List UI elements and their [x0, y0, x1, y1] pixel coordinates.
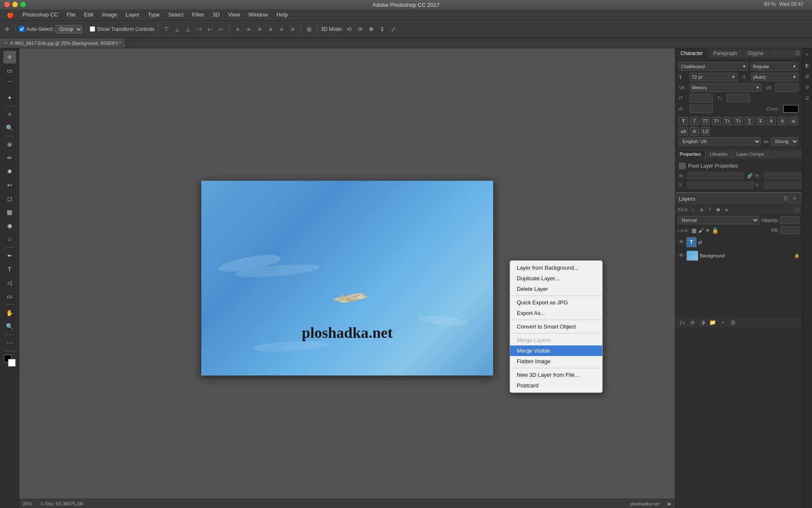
strip-icon-5[interactable]: ☰: [803, 94, 812, 102]
menu-view[interactable]: View: [225, 11, 243, 19]
baseline-input[interactable]: 0 pt: [690, 105, 713, 113]
align-right-icon[interactable]: ⊢: [217, 25, 226, 34]
distribute-vcenter-icon[interactable]: ≡: [244, 25, 253, 34]
crop-tool[interactable]: ⌗: [3, 108, 16, 121]
tracking-input[interactable]: 70: [775, 83, 798, 92]
language-select[interactable]: English: UK English: USA: [679, 137, 761, 146]
close-button[interactable]: [4, 2, 10, 7]
distribute-hcenter-icon[interactable]: ≡: [277, 25, 286, 34]
subscript-btn[interactable]: T1: [734, 117, 743, 125]
doc-tab[interactable]: ✕ © IMG_6617-Edit.jpg @ 25% (Background,…: [0, 38, 126, 48]
eraser-tool[interactable]: ◻: [3, 192, 16, 205]
lock-transparent-icon[interactable]: ▦: [691, 227, 697, 234]
layer-item-bg[interactable]: 👁 Background 🔒: [675, 249, 802, 262]
3d-rotate-icon[interactable]: ⟲: [345, 25, 354, 34]
ctx-convert-smart[interactable]: Convert to Smart Object: [510, 321, 602, 332]
fill-input[interactable]: 100%: [780, 226, 799, 234]
gradient-tool[interactable]: ▦: [3, 206, 16, 218]
lock-move-icon[interactable]: ✛: [705, 227, 710, 234]
layer-vis-bg[interactable]: 👁: [678, 252, 685, 259]
x-input[interactable]: [687, 181, 754, 189]
ctx-duplicate-layer[interactable]: Duplicate Layer...: [510, 273, 602, 284]
smallcaps-btn[interactable]: TT: [712, 117, 721, 125]
auto-select-checkbox[interactable]: [19, 26, 25, 32]
ctx-merge-visible[interactable]: Merge Visible: [510, 345, 602, 356]
menu-image[interactable]: Image: [99, 11, 121, 19]
type-tool[interactable]: T: [3, 263, 16, 276]
align-bottom-icon[interactable]: ⊥: [184, 25, 193, 34]
magic-wand-tool[interactable]: ✦: [3, 91, 16, 104]
healing-brush-tool[interactable]: ⊕: [3, 138, 16, 151]
minimize-button[interactable]: [12, 2, 18, 7]
swash-btn[interactable]: aA: [679, 127, 688, 135]
oldstyle-btn[interactable]: fi: [778, 117, 787, 125]
add-layer-btn[interactable]: +: [719, 318, 727, 326]
shape-tool[interactable]: ▭: [3, 290, 16, 303]
distribute-left-icon[interactable]: ≡: [266, 25, 275, 34]
filter-shape-icon[interactable]: ⬟: [714, 206, 722, 213]
distribute-bottom-icon[interactable]: ≡: [255, 25, 264, 34]
move-tool-options[interactable]: ✛: [3, 25, 12, 34]
align-vcenter-icon[interactable]: ⊥: [173, 25, 182, 34]
filter-adj-icon[interactable]: ◑: [697, 206, 705, 213]
maximize-button[interactable]: [20, 2, 26, 7]
content-aware-tool[interactable]: ⋯: [3, 337, 16, 349]
menu-3d[interactable]: 3D: [209, 11, 223, 19]
strip-icon-2[interactable]: ◧: [803, 61, 812, 69]
discretlig-btn[interactable]: A: [690, 127, 699, 135]
lock-paint-icon[interactable]: 🖌: [698, 227, 704, 234]
distribute-top-icon[interactable]: ≡: [233, 25, 242, 34]
arrangement-icon[interactable]: ⊞: [304, 25, 314, 34]
lock-all-icon[interactable]: 🔒: [712, 227, 719, 234]
font-style-dropdown[interactable]: Regular ▼: [751, 62, 798, 71]
pen-tool[interactable]: ✒: [3, 249, 16, 262]
tab-paragraph[interactable]: Paragraph: [708, 48, 743, 58]
history-brush-tool[interactable]: ↩: [3, 179, 16, 191]
brush-tool[interactable]: ✏: [3, 152, 16, 164]
zoom-tool[interactable]: 🔍: [3, 320, 16, 333]
layers-close-btn[interactable]: ✕: [791, 195, 798, 202]
strip-icon-3[interactable]: ⊞: [803, 72, 812, 80]
tab-layer-comps[interactable]: Layer Comps: [732, 149, 768, 159]
bold-btn[interactable]: T: [679, 117, 688, 125]
ctx-layer-from-bg[interactable]: Layer from Background...: [510, 262, 602, 273]
auto-select-dropdown[interactable]: Group Layer: [55, 25, 82, 33]
layers-options-btn[interactable]: ☰: [782, 195, 789, 202]
ctx-quick-export-jpg[interactable]: Quick Export as JPG: [510, 297, 602, 308]
move-tool[interactable]: ✛: [3, 51, 16, 64]
font-family-dropdown[interactable]: Chalkboard ▼: [679, 62, 748, 71]
hand-tool[interactable]: ✋: [3, 306, 16, 319]
menu-type[interactable]: Type: [145, 11, 163, 19]
ctx-postcard[interactable]: Postcard: [510, 380, 602, 391]
strikethrough-btn[interactable]: T: [756, 117, 765, 125]
w-input[interactable]: [687, 172, 744, 179]
filter-smart-icon[interactable]: ◈: [723, 206, 730, 213]
ctx-flatten-image[interactable]: Flatten Image: [510, 356, 602, 367]
align-top-icon[interactable]: ⊤: [162, 25, 171, 34]
add-adjustment-btn[interactable]: ◑: [698, 318, 707, 326]
3d-drag-icon[interactable]: ✥: [367, 25, 376, 34]
arrow-button[interactable]: ▶: [668, 501, 672, 507]
strip-icon-4[interactable]: ⚙: [803, 83, 812, 91]
blur-tool[interactable]: ◉: [3, 219, 16, 232]
layer-vis-text[interactable]: 👁: [678, 239, 685, 246]
select-tool[interactable]: ▭: [3, 64, 16, 77]
hscale-input[interactable]: 100%: [690, 94, 713, 102]
tab-glyphs[interactable]: Glyphs: [743, 48, 769, 58]
menu-layer[interactable]: Layer: [122, 11, 143, 19]
link-icon[interactable]: 🔗: [747, 173, 753, 179]
lasso-tool[interactable]: ⌒: [3, 78, 16, 91]
align-left-icon[interactable]: ⊣: [195, 25, 204, 34]
filter-pixel-icon[interactable]: ▪: [689, 206, 697, 213]
tab-character[interactable]: Character: [675, 48, 708, 58]
ligature-btn[interactable]: fi: [767, 117, 776, 125]
underline-btn[interactable]: T: [745, 117, 754, 125]
ctx-export-as[interactable]: Export As...: [510, 308, 602, 318]
add-group-btn[interactable]: 📁: [708, 318, 717, 326]
dodge-tool[interactable]: ○: [3, 233, 16, 246]
menu-filter[interactable]: Filter: [189, 11, 208, 19]
menu-file[interactable]: File: [63, 11, 79, 19]
allcaps-btn[interactable]: TT: [701, 117, 710, 125]
menu-select[interactable]: Select: [165, 11, 187, 19]
3d-roll-icon[interactable]: ⟳: [356, 25, 365, 34]
